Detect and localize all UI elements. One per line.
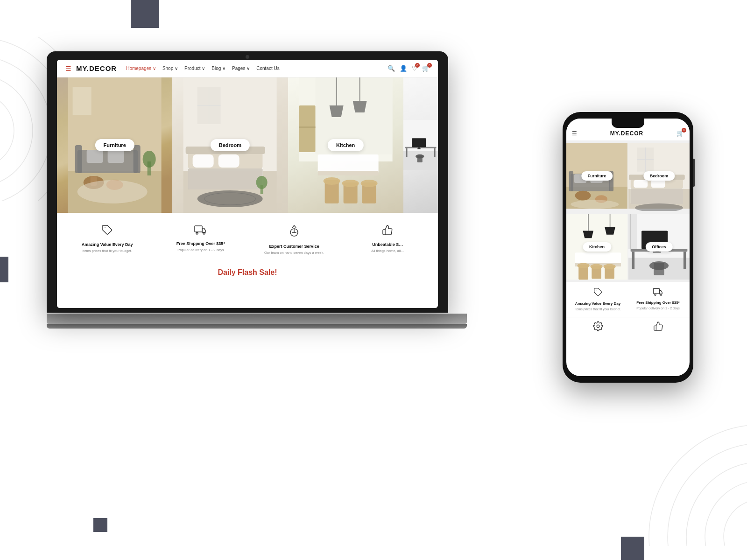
svg-rect-52 [299, 105, 315, 152]
category-furniture-label: Furniture [95, 139, 134, 151]
feature-unbeatable-title: Unbeatable S… [372, 242, 403, 247]
svg-rect-53 [299, 126, 315, 128]
svg-rect-33 [188, 168, 263, 189]
svg-marker-96 [583, 231, 593, 238]
svg-point-9 [649, 425, 747, 546]
flash-sale-banner[interactable]: Daily Flash Sale! [57, 263, 438, 282]
category-kitchen-label: Kitchen [328, 139, 363, 151]
phone-feature-value-desc: Items prices that fit your budget. [575, 307, 621, 311]
svg-rect-90 [651, 180, 665, 188]
phone-feature-shipping-title: Free Shipping Over $35* [636, 301, 679, 305]
svg-rect-116 [628, 214, 637, 249]
feature-service-title: Expert Customer Service [269, 244, 319, 249]
nav-homepages[interactable]: Homepages ∨ [126, 66, 156, 71]
nav-contact[interactable]: Contact Us [256, 66, 279, 71]
svg-point-8 [668, 443, 747, 546]
phone-body: ☰ MY.DECOR 🛒0 [563, 112, 693, 383]
phone-hamburger-icon[interactable]: ☰ [572, 130, 577, 137]
svg-rect-120 [653, 288, 659, 294]
svg-rect-114 [653, 252, 661, 252]
svg-point-122 [660, 294, 662, 295]
svg-rect-64 [417, 155, 422, 162]
nav-product[interactable]: Product ∨ [184, 66, 205, 71]
svg-rect-17 [108, 150, 124, 163]
phone-category-furniture[interactable]: Furniture [566, 141, 627, 211]
svg-rect-15 [134, 145, 141, 173]
phone-power-button [693, 159, 695, 187]
phone-notch [612, 119, 644, 128]
laptop-foot [47, 324, 467, 329]
medal-icon [289, 224, 300, 240]
svg-rect-110 [632, 252, 634, 269]
svg-rect-66 [195, 226, 202, 232]
feature-service-desc: Our team on hand seven days a week. [264, 251, 324, 256]
category-furniture[interactable]: Furniture [57, 77, 172, 213]
phone-gear-icon [593, 321, 603, 331]
nav-links: Homepages ∨ Shop ∨ Product ∨ Blog ∨ Page… [126, 66, 383, 71]
feature-shipping: Free Shipping Over $35* Popular delivery… [155, 222, 246, 258]
svg-rect-44 [317, 154, 378, 173]
svg-point-2 [0, 56, 51, 201]
phone-category-offices[interactable]: Offices [628, 212, 690, 282]
svg-point-5 [724, 499, 747, 546]
svg-rect-91 [631, 189, 683, 204]
account-icon[interactable]: 👤 [400, 65, 407, 72]
svg-point-68 [203, 232, 205, 234]
hamburger-icon[interactable]: ☰ [65, 65, 71, 72]
svg-rect-45 [317, 171, 378, 175]
feature-shipping-title: Free Shipping Over $35* [176, 241, 225, 246]
phone-feature-shipping: Free Shipping Over $35* Popular delivery… [630, 287, 686, 311]
phone-screen: ☰ MY.DECOR 🛒0 [566, 119, 690, 376]
svg-marker-98 [605, 227, 615, 235]
phone-truck-icon [653, 287, 664, 298]
laptop-nav: ☰ MY.DECOR Homepages ∨ Shop ∨ Product ∨ … [57, 60, 438, 77]
feature-unbeatable-desc: All things home, all… [371, 249, 404, 254]
nav-pages[interactable]: Pages ∨ [232, 66, 250, 71]
svg-rect-31 [193, 154, 214, 168]
site-logo: MY.DECOR [76, 64, 117, 72]
laptop-features: Amazing Value Every Day Items prices tha… [57, 213, 438, 263]
bg-decoration-4 [93, 518, 107, 532]
svg-rect-75 [569, 171, 573, 191]
svg-point-106 [604, 264, 616, 269]
nav-blog[interactable]: Blog ∨ [211, 66, 226, 71]
category-bedroom[interactable]: Bedroom [172, 77, 288, 213]
phone-tag-icon [593, 287, 603, 299]
laptop-body: ☰ MY.DECOR Homepages ∨ Shop ∨ Product ∨ … [47, 51, 448, 313]
feature-value-title: Amazing Value Every Day [82, 242, 133, 247]
laptop-device: ☰ MY.DECOR Homepages ∨ Shop ∨ Product ∨ … [47, 51, 467, 378]
phone-thumbsup-icon-area [630, 321, 686, 331]
svg-rect-62 [417, 148, 421, 149]
phone-category-kitchen[interactable]: Kitchen [566, 212, 627, 282]
svg-rect-111 [684, 252, 686, 269]
phone-cart-icon[interactable]: 🛒0 [677, 130, 684, 137]
category-offices[interactable] [403, 77, 438, 213]
phone-category-kitchen-label: Kitchen [583, 242, 611, 252]
phone-category-bedroom[interactable]: Bedroom [628, 141, 690, 211]
phone-features: Amazing Value Every Day Items prices tha… [566, 282, 690, 317]
search-icon[interactable]: 🔍 [388, 65, 395, 72]
svg-rect-99 [575, 252, 621, 265]
svg-rect-12 [73, 87, 92, 115]
svg-rect-118 [654, 263, 664, 275]
svg-point-23 [143, 151, 156, 168]
laptop-category-grid: Furniture [57, 77, 438, 213]
svg-rect-14 [75, 145, 82, 173]
svg-rect-16 [87, 150, 103, 163]
svg-point-67 [196, 232, 198, 234]
phone-device: ☰ MY.DECOR 🛒0 [563, 112, 693, 383]
cart-icon[interactable]: 🛒0 [422, 65, 430, 72]
phone-thumbsup-icon [653, 321, 663, 331]
thumbsup-icon [382, 224, 393, 238]
feature-value: Amazing Value Every Day Items prices tha… [62, 222, 153, 258]
nav-shop[interactable]: Shop ∨ [162, 66, 178, 71]
svg-point-49 [342, 180, 359, 187]
svg-point-81 [571, 200, 619, 209]
svg-point-104 [590, 264, 602, 269]
phone-feature-value-title: Amazing Value Every Day [575, 301, 620, 306]
category-kitchen[interactable]: Kitchen [288, 77, 403, 213]
category-bedroom-label: Bedroom [211, 139, 250, 151]
feature-shipping-desc: Popular delivery on 1 - 2 days [177, 248, 224, 253]
wishlist-icon[interactable]: ♡0 [412, 65, 417, 72]
phone-feature-shipping-desc: Popular delivery on 1 - 2 days [636, 306, 680, 310]
